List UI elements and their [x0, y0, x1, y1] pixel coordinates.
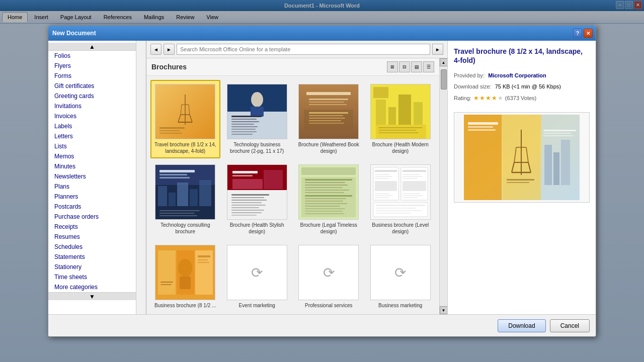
svg-rect-100	[375, 193, 390, 194]
template-thumb-weathered	[298, 84, 359, 139]
svg-rect-59	[159, 215, 197, 216]
back-button[interactable]: ◄	[150, 44, 162, 55]
svg-rect-51	[159, 177, 190, 178]
sidebar-item-receipts[interactable]: Receipts	[48, 222, 136, 232]
svg-rect-109	[403, 195, 423, 196]
help-button[interactable]: ?	[573, 29, 582, 38]
forward-button[interactable]: ►	[164, 44, 175, 55]
sidebar-item-forms[interactable]: Forms	[48, 71, 136, 81]
sidebar-item-statements[interactable]: Statements	[48, 252, 136, 262]
svg-rect-89	[305, 208, 345, 209]
view-btn-2[interactable]: ⊟	[399, 61, 410, 72]
svg-rect-99	[375, 181, 397, 191]
template-item-business-level[interactable]: Business brochure (Level design)	[366, 160, 436, 239]
sidebar-item-greeting-cards[interactable]: Greeting cards	[48, 91, 136, 101]
sidebar-scroll-up[interactable]: ▲	[48, 43, 136, 51]
svg-rect-115	[376, 213, 411, 214]
svg-rect-76	[301, 167, 356, 175]
loading-spinner-professional: ⟳	[323, 264, 335, 281]
sidebar-item-plans[interactable]: Plans	[48, 182, 136, 192]
sidebar-item-newsletters[interactable]: Newsletters	[48, 171, 136, 182]
svg-rect-110	[403, 197, 418, 198]
sidebar-item-letters[interactable]: Letters	[48, 131, 136, 141]
sidebar-item-time-sheets[interactable]: Time sheets	[48, 272, 136, 282]
sidebar-scroll-down[interactable]: ▼	[48, 292, 136, 300]
sidebar-item-folios[interactable]: Folios	[48, 51, 136, 61]
template-item-event-marketing[interactable]: ⟳ Event marketing	[222, 241, 292, 313]
template-item-legal[interactable]: Brochure (Legal Timeless design)	[294, 160, 364, 239]
svg-rect-36	[309, 123, 344, 124]
star-1: ★	[473, 93, 479, 104]
svg-rect-97	[375, 176, 392, 177]
svg-rect-58	[159, 213, 195, 214]
svg-rect-84	[305, 195, 352, 197]
sidebar-item-planners[interactable]: Planners	[48, 192, 136, 202]
template-thumb-business-level	[370, 164, 431, 220]
template-item-tech-consulting[interactable]: Technology consulting brochure	[150, 160, 220, 239]
dialog-titlebar-buttons: ? ✕	[573, 29, 593, 38]
svg-rect-148	[543, 133, 571, 134]
svg-rect-101	[375, 195, 392, 196]
svg-rect-70	[231, 205, 266, 206]
download-button[interactable]: Download	[498, 319, 545, 332]
svg-rect-10	[159, 127, 185, 129]
gallery-scroll-down[interactable]: ▼	[440, 306, 448, 314]
sidebar-item-gift-certificates[interactable]: Gift certificates	[48, 81, 136, 91]
svg-rect-121	[180, 277, 191, 289]
new-document-dialog: New Document ? ✕ ▲ Folios Flyers Forms G…	[48, 25, 596, 337]
svg-rect-18	[231, 119, 257, 120]
sidebar-item-schedules[interactable]: Schedules	[48, 242, 136, 252]
star-5: ★	[498, 93, 503, 104]
sidebar-item-purchase-orders[interactable]: Purchase orders	[48, 212, 136, 222]
svg-rect-12	[159, 133, 182, 134]
svg-rect-106	[403, 178, 418, 179]
svg-rect-71	[231, 207, 259, 208]
view-btn-3[interactable]: ▤	[411, 61, 422, 72]
sidebar-item-invoices[interactable]: Invoices	[48, 111, 136, 121]
svg-rect-54	[177, 183, 188, 206]
template-item-business-marketing[interactable]: ⟳ Business marketing	[366, 241, 436, 313]
template-item-weathered[interactable]: Brochure (Weathered Book design)	[294, 80, 364, 158]
gallery-scroll-up[interactable]: ▲	[440, 58, 448, 66]
template-item-professional-services[interactable]: ⟳ Professional services	[294, 241, 364, 313]
gallery-scroll-thumb[interactable]	[441, 69, 447, 89]
svg-rect-49	[159, 170, 195, 172]
svg-rect-87	[305, 203, 347, 204]
svg-rect-145	[553, 152, 559, 185]
template-item-travel[interactable]: Travel brochure (8 1/2 x 14, landscape, …	[150, 80, 220, 158]
right-panel: Travel brochure (8 1/2 x 14, landscape, …	[447, 41, 596, 314]
loading-spinner-business-marketing: ⟳	[394, 264, 406, 281]
svg-rect-73	[231, 212, 262, 213]
svg-rect-96	[375, 174, 390, 175]
sidebar-item-more-categories[interactable]: More categories	[48, 282, 136, 292]
template-name-business-brochure: Business brochure (8 1/2 ...	[154, 302, 216, 309]
sidebar-item-lists[interactable]: Lists	[48, 141, 136, 151]
sidebar-item-stationery[interactable]: Stationery	[48, 262, 136, 272]
template-item-health-modern[interactable]: Brochure (Health Modern design)	[366, 80, 436, 158]
sidebar-item-minutes[interactable]: Minutes	[48, 161, 136, 171]
sidebar-item-postcards[interactable]: Postcards	[48, 202, 136, 212]
sidebar-item-memos[interactable]: Memos	[48, 151, 136, 161]
search-go-button[interactable]: ►	[432, 44, 443, 55]
search-input[interactable]	[177, 44, 430, 55]
dialog-close-button[interactable]: ✕	[584, 29, 593, 38]
sidebar-item-flyers[interactable]: Flyers	[48, 61, 136, 71]
template-item-tech-biz[interactable]: Technology business brochure (2-pg, 11 x…	[222, 80, 292, 158]
view-btn-4[interactable]: ☰	[423, 61, 434, 72]
template-thumb-travel	[155, 84, 215, 139]
provided-by-value: Microsoft Corporation	[488, 72, 546, 78]
svg-rect-117	[158, 250, 176, 295]
svg-rect-90	[305, 211, 343, 212]
star-2: ★	[479, 93, 485, 104]
template-item-health-stylish[interactable]: Brochure (Health Stylish design)	[222, 160, 292, 239]
svg-rect-103	[403, 170, 426, 172]
sidebar-item-labels[interactable]: Labels	[48, 121, 136, 131]
template-thumb-tech-biz	[227, 84, 287, 139]
view-btn-1[interactable]: ⊞	[387, 61, 398, 72]
template-item-business-brochure[interactable]: Business brochure (8 1/2 ...	[150, 241, 220, 313]
sidebar-item-resumes[interactable]: Resumes	[48, 232, 136, 242]
cancel-button[interactable]: Cancel	[550, 319, 590, 332]
sidebar-item-invitations[interactable]: Invitations	[48, 101, 136, 111]
svg-rect-53	[169, 193, 176, 206]
preview-meta: Provided by: Microsoft Corporation Downl…	[454, 71, 590, 104]
